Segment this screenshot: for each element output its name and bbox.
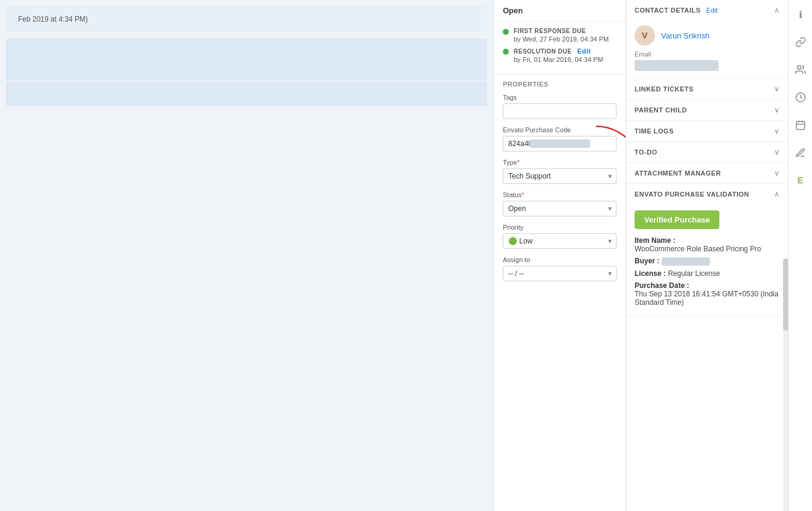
main-content-area: Feb 2019 at 4:34 PM) [0,0,493,511]
to-do-title: TO-DO [635,148,657,156]
to-do-section: TO-DO ∨ [626,142,788,163]
properties-section: PROPERTIES Tags Envato Purchase Code 824… [494,75,626,295]
status-field-group: Status* Open Resolved Closed [503,191,617,216]
first-response-info: FIRST RESPONSE DUE by Wed, 27 Feb 2019, … [514,28,609,43]
contact-details-section: CONTACT DETAILS Edit ∧ V Varun Srikrish … [626,0,788,79]
parent-child-header[interactable]: PARENT CHILD ∨ [626,100,788,120]
linked-tickets-title: LINKED TICKETS [635,85,694,93]
envato-validation-chevron: ∧ [774,190,780,198]
purchase-code-blur [530,139,590,148]
purchase-date-value: Thu Sep 13 2018 16:41:54 GMT+0530 (India… [635,290,778,307]
parent-child-chevron: ∨ [774,106,780,114]
status-label: Status* [503,191,617,198]
due-section: FIRST RESPONSE DUE by Wed, 27 Feb 2019, … [494,22,626,75]
time-logs-header[interactable]: TIME LOGS ∨ [626,121,788,141]
status-select[interactable]: Open Resolved Closed [503,201,617,216]
tags-label: Tags [503,94,617,101]
buyer-blur [662,257,710,266]
contact-details-chevron: ∧ [774,6,780,14]
contact-details-content: V Varun Srikrish Email [626,20,788,78]
attachment-manager-title: ATTACHMENT MANAGER [635,170,721,177]
item-name-label: Item Name : [635,236,675,245]
attachment-manager-section: ATTACHMENT MANAGER ∨ [626,163,788,184]
to-do-chevron: ∨ [774,148,780,156]
type-select-wrapper: Tech Support General Bug Report [503,168,617,184]
status-bar: Open [494,0,626,22]
contact-name-link[interactable]: Varun Srikrish [661,31,710,40]
resolution-label: RESOLUTION DUE Edit [514,47,603,55]
purchase-code-label: Envato Purchase Code [503,126,617,133]
sidebar-scrollbar[interactable] [783,259,788,511]
to-do-header[interactable]: TO-DO ∨ [626,142,788,162]
priority-select-wrapper: 🟢 Low 🟡 Medium 🔴 High [503,233,617,249]
first-response-dot [503,29,509,35]
type-label: Type* [503,159,617,166]
tags-input[interactable] [503,103,617,119]
info-icon[interactable]: ℹ [792,6,809,23]
linked-tickets-section: LINKED TICKETS ∨ [626,79,788,100]
middle-panel: Open FIRST RESPONSE DUE by Wed, 27 Feb 2… [493,0,626,511]
type-select[interactable]: Tech Support General Bug Report [503,168,617,184]
resolution-dot [503,49,509,55]
priority-select[interactable]: 🟢 Low 🟡 Medium 🔴 High [503,233,617,249]
icon-bar: ℹ E [788,0,812,511]
properties-title: PROPERTIES [503,81,617,88]
assign-label: Assign to [503,256,617,263]
svg-point-0 [797,66,801,69]
svg-rect-2 [796,121,805,130]
edit-icon[interactable] [792,144,809,161]
linked-tickets-chevron: ∨ [774,85,780,93]
resolution-date: by Fri, 01 Mar 2019, 04:34 PM [514,56,603,63]
envato-validation-title: ENVATO PURCHASE VALIDATION [635,191,749,198]
attachment-manager-header[interactable]: ATTACHMENT MANAGER ∨ [626,163,788,183]
assign-select[interactable]: -- / -- [503,266,617,281]
envato-validation-header[interactable]: ENVATO PURCHASE VALIDATION ∧ [626,184,788,204]
license-label: License : [635,269,666,278]
ticket-content: Feb 2019 at 4:34 PM) [6,6,487,32]
sidebar-scrollbar-thumb[interactable] [783,259,788,331]
contact-details-title: CONTACT DETAILS Edit [635,7,718,14]
buyer-row: Buyer : [635,257,780,266]
item-name-row: Item Name : WooCommerce Role Based Prici… [635,236,780,253]
clock-icon[interactable] [792,89,809,106]
type-field-group: Type* Tech Support General Bug Report [503,159,617,184]
parent-child-section: PARENT CHILD ∨ [626,100,788,121]
buyer-label: Buyer : [635,257,659,265]
status-value: Open [503,6,523,15]
priority-label: Priority [503,224,617,231]
assign-select-wrapper: -- / -- [503,266,617,281]
link-icon[interactable] [792,34,809,50]
priority-field-group: Priority 🟢 Low 🟡 Medium 🔴 High [503,224,617,249]
contact-details-edit-link[interactable]: Edit [706,7,718,14]
contact-details-header[interactable]: CONTACT DETAILS Edit ∧ [626,0,788,20]
linked-tickets-header[interactable]: LINKED TICKETS ∨ [626,79,788,99]
tags-field-group: Tags [503,94,617,119]
avatar: V [635,25,655,46]
envato-validation-section: ENVATO PURCHASE VALIDATION ∧ Verified Pu… [626,184,788,317]
parent-child-title: PARENT CHILD [635,106,687,114]
resolution-edit-link[interactable]: Edit [577,47,591,55]
users-icon[interactable] [792,61,809,78]
item-name-value: WooCommerce Role Based Pricing Pro [635,245,761,253]
content-row-1 [6,38,487,81]
email-label: Email [635,50,780,58]
attachment-manager-chevron: ∨ [774,169,780,177]
content-row-2 [6,82,487,106]
purchase-code-prefix: 824a4l [508,139,530,148]
verified-purchase-button[interactable]: Verified Purchase [635,210,719,229]
contact-row: V Varun Srikrish [635,25,780,46]
assign-field-group: Assign to -- / -- [503,256,617,281]
email-blur [635,60,719,71]
purchase-code-field-group: Envato Purchase Code 824a4l [503,126,617,151]
time-logs-chevron: ∨ [774,127,780,135]
resolution-info: RESOLUTION DUE Edit by Fri, 01 Mar 2019,… [514,47,603,63]
time-logs-title: TIME LOGS [635,127,674,135]
envato-validation-content: Verified Purchase Item Name : WooCommerc… [626,204,788,316]
license-value: Regular License [668,269,720,278]
envato-icon[interactable]: E [792,172,809,189]
time-logs-section: TIME LOGS ∨ [626,121,788,142]
purchase-date-row: Purchase Date : Thu Sep 13 2018 16:41:54… [635,281,780,307]
calendar-icon[interactable] [792,117,809,133]
content-date: Feb 2019 at 4:34 PM) [18,15,88,23]
first-response-row: FIRST RESPONSE DUE by Wed, 27 Feb 2019, … [503,28,617,43]
